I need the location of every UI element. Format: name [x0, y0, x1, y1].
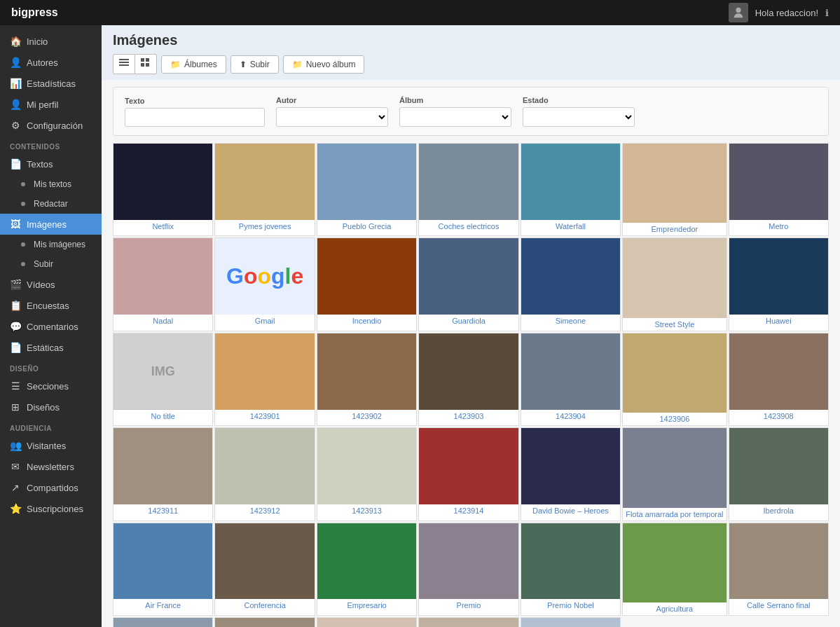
image-cell[interactable]: Guardiola — [418, 237, 518, 331]
comentarios-icon: 💬 — [10, 321, 21, 332]
image-cell[interactable]: Waterfall — [521, 143, 621, 236]
image-caption: Nadal — [113, 315, 212, 327]
filter-status-select[interactable] — [523, 107, 635, 127]
list-view-button[interactable] — [113, 54, 135, 74]
image-cell[interactable]: Metro — [729, 143, 829, 236]
filter-text-label: Texto — [125, 97, 265, 105]
image-cell[interactable]: Flota amarrada por temporal — [622, 427, 727, 521]
filter-author-select[interactable] — [276, 107, 388, 127]
image-grid: NetflixPymes jovenesPueblo GreciaCoches … — [102, 143, 840, 627]
image-caption: Pymes jovenes — [215, 220, 314, 233]
home-icon: 🏠 — [10, 36, 21, 47]
sidebar-item-mi-perfil[interactable]: 👤 Mi perfil — [0, 94, 102, 115]
image-cell[interactable]: Iberdrola — [729, 427, 829, 521]
image-caption: 1423912 — [215, 504, 314, 517]
image-caption: Guardiola — [419, 315, 518, 327]
image-caption: Empresario — [317, 599, 416, 612]
sidebar-item-imagenes[interactable]: 🖼 Imágenes — [0, 214, 102, 235]
image-cell[interactable]: 1423902 — [317, 333, 417, 426]
image-cell[interactable]: 1423912 — [214, 427, 315, 521]
svg-rect-5 — [141, 63, 144, 67]
image-cell[interactable]: Simeone — [521, 237, 621, 331]
image-caption: 1423911 — [113, 504, 212, 517]
image-cell[interactable]: David Bowie – Heroes — [521, 427, 621, 521]
image-cell[interactable]: 1423913 — [317, 427, 417, 521]
sidebar-item-estaticas[interactable]: 📄 Estáticas — [0, 337, 102, 358]
image-cell[interactable]: Coches electricos — [418, 143, 518, 236]
image-caption: Incendio — [317, 315, 416, 327]
sidebar: 🏠 Inicio 👤 Autores 📊 Estadísticas 👤 Mi p… — [0, 25, 102, 627]
sidebar-item-autores[interactable]: 👤 Autores — [0, 52, 102, 73]
filter-status-label: Estado — [523, 96, 635, 104]
image-cell[interactable]: Nadal — [113, 237, 213, 331]
info-icon[interactable]: ℹ — [825, 8, 829, 18]
image-cell[interactable]: Museo — [521, 617, 621, 627]
image-cell[interactable]: Desfile — [317, 617, 417, 627]
image-caption: 1423913 — [317, 504, 416, 517]
image-cell[interactable]: 1423904 — [521, 333, 621, 426]
image-cell[interactable]: 1423903 — [418, 333, 518, 426]
sidebar-item-compartidos[interactable]: ↗ Compartidos — [0, 477, 102, 498]
image-cell[interactable]: Emprendedor — [622, 143, 727, 236]
image-cell[interactable]: Pueblo Grecia — [317, 143, 417, 236]
svg-rect-2 — [119, 64, 129, 66]
image-cell[interactable]: 1423914 — [418, 427, 518, 521]
image-cell[interactable]: 1423906 — [622, 333, 727, 426]
image-cell[interactable]: Agricultura — [622, 523, 727, 616]
sidebar-item-subir[interactable]: Subir — [0, 254, 102, 274]
image-caption: No title — [113, 410, 212, 422]
sidebar-label-videos: Vídeos — [27, 280, 55, 290]
image-cell[interactable]: Street Style — [622, 237, 727, 331]
sidebar-item-mis-imagenes[interactable]: Mis imágenes — [0, 235, 102, 254]
albums-button[interactable]: 📁 Álbumes — [161, 55, 226, 74]
image-caption: Iberdrola — [729, 504, 828, 517]
image-cell[interactable]: Calle serrano inicio — [214, 617, 315, 627]
image-cell[interactable]: Incendio — [317, 237, 417, 331]
filter-album-select[interactable] — [399, 107, 511, 127]
sidebar-item-configuracion[interactable]: ⚙ Configuración — [0, 115, 102, 136]
image-cell[interactable]: 1423901 — [214, 333, 315, 426]
sidebar-item-redactar[interactable]: Redactar — [0, 194, 102, 214]
sidebar-label-newsletters: Newsletters — [27, 462, 74, 472]
image-cell[interactable]: Premio Nobel — [521, 523, 621, 616]
upload-button[interactable]: ⬆ Subir — [230, 55, 279, 74]
sidebar-item-disenos[interactable]: ⊞ Diseños — [0, 397, 102, 418]
image-cell[interactable]: Calle Serrano final — [729, 523, 829, 616]
image-cell[interactable]: Pymes jovenes — [214, 143, 315, 236]
filter-text-input[interactable] — [125, 108, 265, 127]
sidebar-item-encuestas[interactable]: 📋 Encuestas — [0, 295, 102, 316]
avatar[interactable] — [729, 3, 748, 22]
grid-view-button[interactable] — [135, 54, 157, 74]
filter-album-group: Álbum — [399, 96, 511, 127]
image-cell[interactable]: Anna Wintour — [418, 617, 518, 627]
image-cell[interactable]: Netflix — [113, 143, 213, 236]
sidebar-item-secciones[interactable]: ☰ Secciones — [0, 375, 102, 397]
image-cell[interactable]: Calle serrano panorámica — [113, 617, 213, 627]
sidebar-item-newsletters[interactable]: ✉ Newsletters — [0, 456, 102, 477]
sidebar-item-mis-textos[interactable]: Mis textos — [0, 174, 102, 194]
sidebar-item-suscripciones[interactable]: ⭐ Suscripciones — [0, 498, 102, 519]
image-caption: 1423901 — [215, 410, 314, 422]
config-icon: ⚙ — [10, 120, 21, 131]
sidebar-item-videos[interactable]: 🎬 Vídeos — [0, 274, 102, 295]
image-caption: 1423904 — [521, 410, 620, 422]
new-album-button[interactable]: 📁 Nuevo álbum — [283, 55, 365, 74]
sidebar-item-visitantes[interactable]: 👥 Visitantes — [0, 435, 102, 456]
sidebar-item-comentarios[interactable]: 💬 Comentarios — [0, 316, 102, 337]
image-cell[interactable]: 1423908 — [729, 333, 829, 426]
image-cell[interactable]: Huawei — [729, 237, 829, 331]
image-cell[interactable]: Air France — [113, 523, 213, 616]
image-cell[interactable]: 1423911 — [113, 427, 213, 521]
image-caption: David Bowie – Heroes — [521, 504, 620, 517]
image-caption: Coches electricos — [419, 220, 518, 233]
image-cell[interactable]: Conferencia — [214, 523, 315, 616]
image-cell[interactable]: Empresario — [317, 523, 417, 616]
sidebar-item-textos[interactable]: 📄 Textos — [0, 153, 102, 174]
image-cell[interactable]: GoogleGmail — [214, 237, 315, 331]
sidebar-item-inicio[interactable]: 🏠 Inicio — [0, 31, 102, 52]
sidebar-label-suscripciones: Suscripciones — [27, 504, 83, 514]
image-cell[interactable]: Premio — [418, 523, 518, 616]
sidebar-label-estaticas: Estáticas — [27, 343, 64, 353]
sidebar-item-estadisticas[interactable]: 📊 Estadísticas — [0, 73, 102, 94]
image-cell[interactable]: IMGNo title — [113, 333, 213, 426]
